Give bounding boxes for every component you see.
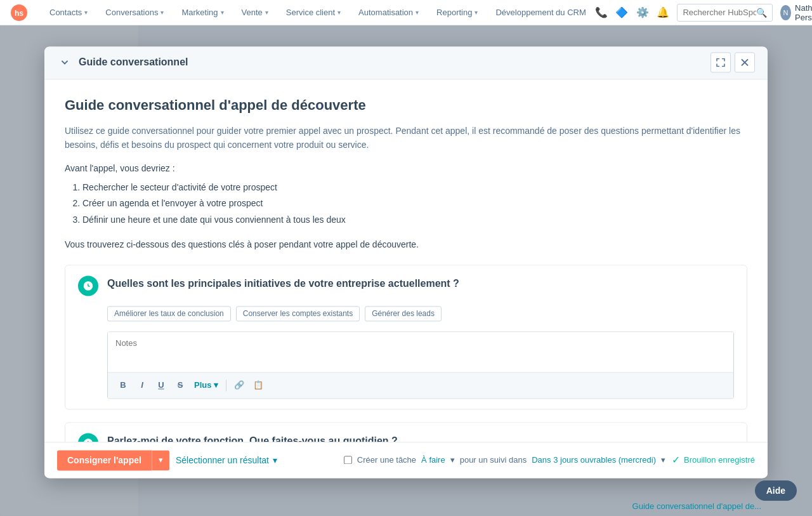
notes-textarea-1[interactable]: [108, 332, 733, 370]
clip-button[interactable]: 📋: [249, 376, 267, 394]
nav-right: 📞 🔷 ⚙️ 🔔 🔍 N Nathália Gaspar's Personal …: [595, 3, 812, 22]
consigner-btn-group: Consigner l'appel ▾: [57, 450, 169, 470]
modal-body: Guide conversationnel d'appel de découve…: [44, 79, 768, 442]
task-type-link[interactable]: À faire: [421, 455, 445, 465]
question-2-header: Parlez-moi de votre fonction. Que faites…: [65, 423, 747, 442]
marketplace-icon[interactable]: 🔷: [615, 4, 628, 22]
modal-title: Guide conversationnel: [79, 56, 188, 68]
nav-service[interactable]: Service client ▾: [277, 0, 350, 25]
question-card-1: Quelles sont les principales initiatives…: [65, 265, 747, 409]
task-date-chevron: ▾: [661, 455, 665, 465]
settings-icon[interactable]: ⚙️: [636, 4, 649, 22]
prereq-item-3: Définir une heure et une date qui vous c…: [82, 212, 747, 228]
task-date-link[interactable]: Dans 3 jours ouvrables (mercredi): [532, 455, 656, 465]
phone-icon[interactable]: 📞: [595, 4, 608, 22]
question-card-2: Parlez-moi de votre fonction. Que faites…: [65, 422, 747, 442]
prereq-item-1: Rechercher le secteur d'activité de votr…: [82, 180, 747, 196]
result-selector[interactable]: Sélectionner un résultat ▾: [176, 455, 277, 465]
notes-editor-1: B I U S Plus ▾ 🔗 📋: [107, 331, 734, 399]
consigner-button[interactable]: Consigner l'appel: [57, 450, 152, 470]
tag-generer[interactable]: Générer des leads: [365, 306, 442, 321]
nav-conversations[interactable]: Conversations ▾: [96, 0, 173, 25]
contacts-chevron: ▾: [84, 9, 88, 16]
question-1-header: Quelles sont les principales initiatives…: [65, 265, 747, 306]
marketing-chevron: ▾: [221, 9, 224, 16]
collapse-button[interactable]: [57, 55, 72, 70]
bold-button[interactable]: B: [114, 376, 132, 394]
question-2-text: Parlez-moi de votre fonction. Que faites…: [107, 433, 398, 442]
consigner-dropdown[interactable]: ▾: [152, 450, 169, 470]
user-avatar: N: [780, 5, 791, 20]
prereq-list: Rechercher le secteur d'activité de votr…: [65, 180, 747, 228]
svg-text:hs: hs: [15, 9, 23, 18]
plus-button[interactable]: Plus ▾: [190, 376, 222, 394]
bottom-guide-link[interactable]: Guide conversationnel d'appel de...: [632, 501, 761, 511]
modal-header-right: [710, 52, 755, 72]
guide-intro: Utilisez ce guide conversationnel pour g…: [65, 124, 747, 152]
hubspot-logo[interactable]: hs: [10, 4, 28, 22]
vente-chevron: ▾: [265, 9, 268, 16]
tag-ameliorer[interactable]: Améliorer les taux de conclusion: [107, 306, 231, 321]
automatisation-chevron: ▾: [416, 9, 419, 16]
top-navigation: hs Contacts ▾ Conversations ▾ Marketing …: [0, 0, 812, 25]
close-button[interactable]: [735, 52, 755, 72]
modal-header: Guide conversationnel: [44, 46, 768, 79]
task-checkbox[interactable]: [344, 456, 352, 464]
strikethrough-button[interactable]: S: [171, 376, 189, 394]
service-chevron: ▾: [337, 9, 341, 16]
expand-button[interactable]: [710, 52, 731, 72]
check-icon: ✓: [672, 454, 680, 466]
draft-saved-indicator: ✓ Brouillon enregistré: [672, 454, 755, 466]
prereq-title: Avant l'appel, vous devriez :: [65, 164, 747, 174]
underline-button[interactable]: U: [152, 376, 170, 394]
task-link-chevron: ▾: [450, 455, 455, 465]
question-2-icon: [78, 433, 98, 442]
user-portal[interactable]: N Nathália Gaspar's Personal Portal ▾: [780, 3, 812, 22]
nav-dev-crm[interactable]: Développement du CRM: [487, 0, 594, 25]
notes-toolbar-1: B I U S Plus ▾ 🔗 📋: [108, 372, 733, 398]
nav-reporting[interactable]: Reporting ▾: [428, 0, 487, 25]
modal-header-left: Guide conversationnel: [57, 55, 710, 70]
notifications-icon[interactable]: 🔔: [657, 4, 669, 22]
nav-marketing[interactable]: Marketing ▾: [173, 0, 232, 25]
tag-conserver[interactable]: Conserver les comptes existants: [236, 306, 360, 321]
search-icon: 🔍: [756, 8, 767, 18]
link-button[interactable]: 🔗: [230, 376, 248, 394]
question-1-text: Quelles sont les principales initiatives…: [107, 275, 459, 289]
help-button[interactable]: Aide: [755, 480, 797, 501]
question-1-icon: [78, 275, 98, 296]
guide-title: Guide conversationnel d'appel de découve…: [65, 97, 747, 114]
guide-modal: Guide conversationnel Guide conversation…: [44, 46, 768, 478]
toolbar-divider-1: [226, 380, 226, 391]
nav-automatisation[interactable]: Automatisation ▾: [350, 0, 428, 25]
nav-items: Contacts ▾ Conversations ▾ Marketing ▾ V…: [41, 0, 595, 25]
search-bar[interactable]: 🔍: [677, 4, 773, 22]
conversations-chevron: ▾: [160, 9, 164, 16]
task-checkbox-area: Créer une tâche À faire ▾ pour un suivi …: [344, 455, 665, 465]
prereq-item-2: Créer un agenda et l'envoyer à votre pro…: [82, 196, 747, 212]
tags-row-1: Améliorer les taux de conclusion Conserv…: [65, 306, 747, 331]
nav-vente[interactable]: Vente ▾: [233, 0, 277, 25]
modal-footer: Consigner l'appel ▾ Sélectionner un résu…: [44, 442, 768, 478]
reporting-chevron: ▾: [475, 9, 478, 16]
page-background: Guide conversationnel Guide conversation…: [0, 25, 812, 516]
result-chevron: ▾: [273, 455, 277, 465]
guide-note: Vous trouverez ci-dessous des questions …: [65, 239, 747, 249]
nav-contacts[interactable]: Contacts ▾: [41, 0, 96, 25]
search-input[interactable]: [683, 8, 756, 17]
italic-button[interactable]: I: [133, 376, 151, 394]
